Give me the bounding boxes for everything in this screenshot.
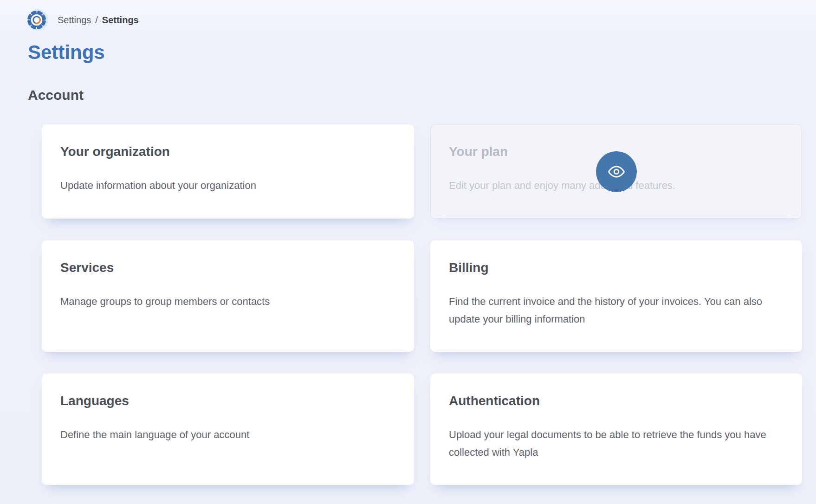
card-description: Manage groups to group members or contac… <box>60 293 395 310</box>
card-services[interactable]: Services Manage groups to group members … <box>42 240 414 352</box>
card-description: Update information about your organizati… <box>60 177 395 194</box>
card-languages[interactable]: Languages Define the main language of yo… <box>42 374 414 485</box>
settings-card-grid: Your organization Update information abo… <box>42 124 802 485</box>
page-title: Settings <box>28 42 105 63</box>
gear-icon <box>25 8 49 32</box>
card-authentication[interactable]: Authentication Upload your legal documen… <box>430 374 802 485</box>
card-your-organization[interactable]: Your organization Update information abo… <box>42 124 414 219</box>
view-plan-button[interactable] <box>596 151 637 192</box>
breadcrumb-separator: / <box>95 15 98 26</box>
card-description: Find the current invoice and the history… <box>449 293 784 328</box>
card-title: Authentication <box>449 392 784 409</box>
section-heading-account: Account <box>28 87 84 103</box>
settings-gear-icon-badge <box>27 9 48 31</box>
eye-icon <box>608 163 625 181</box>
breadcrumb-item-settings-current: Settings <box>102 15 139 26</box>
card-description: Define the main language of your account <box>60 426 395 444</box>
card-title: Languages <box>60 392 395 409</box>
breadcrumb: Settings / Settings <box>27 9 139 31</box>
breadcrumb-item-settings[interactable]: Settings <box>58 15 91 26</box>
card-title: Billing <box>449 259 784 276</box>
card-your-plan[interactable]: Your plan Edit your plan and enjoy many … <box>430 124 802 219</box>
card-title: Your organization <box>60 143 395 160</box>
card-billing[interactable]: Billing Find the current invoice and the… <box>430 240 802 352</box>
card-title: Services <box>60 259 395 276</box>
card-description: Upload your legal documents to be able t… <box>449 426 784 461</box>
